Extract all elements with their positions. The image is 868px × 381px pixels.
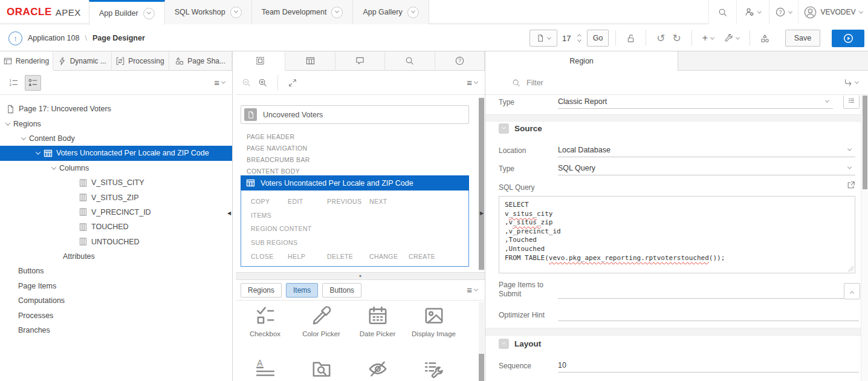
gallery-item-list-manager[interactable] <box>406 359 462 379</box>
field-value-sequence[interactable]: 10 <box>558 361 566 370</box>
tab-app-gallery[interactable]: App Gallery <box>352 0 429 24</box>
gallery-item-display-image[interactable]: Display Image <box>406 305 462 337</box>
gallery-item-file-browse[interactable] <box>293 359 349 379</box>
page-selector-button[interactable] <box>530 30 557 47</box>
run-page-button[interactable] <box>832 30 864 47</box>
region-position-create[interactable]: CREATE <box>409 253 451 260</box>
tree-node-voters-uncontacted-per-locale-and-zip-code[interactable]: Voters Uncontacted Per Locale and ZIP Co… <box>0 146 232 160</box>
tab-page-sha[interactable]: Page Sha... <box>169 51 232 71</box>
scrollbar-thumb[interactable] <box>479 354 484 381</box>
gallery-splitter[interactable]: ▾ <box>236 272 485 280</box>
tree-node-v-situs-zip[interactable]: V_SITUS_ZIP <box>0 190 232 204</box>
tree-node-page-items[interactable]: Page Items <box>0 279 232 293</box>
tree-menu-button[interactable]: ≡ <box>214 77 225 88</box>
region-position-previous[interactable]: PREVIOUS <box>327 198 369 205</box>
region-position-close[interactable]: CLOSE <box>251 253 288 260</box>
tree-node-touched[interactable]: TOUCHED <box>0 220 232 234</box>
tab-help[interactable]: ? <box>435 51 485 71</box>
tab-messages[interactable] <box>335 51 385 71</box>
tab-team-development[interactable]: Team Development <box>251 0 354 24</box>
scrollbar-thumb[interactable] <box>863 96 867 189</box>
tree-node-untouched[interactable]: UNTOUCHED <box>0 235 232 249</box>
sql-query-editor[interactable]: SELECT v_situs_city ,v_situs_zip ,v_prec… <box>499 196 855 273</box>
tree-node-branches[interactable]: Branches <box>0 323 232 337</box>
shared-components-button[interactable] <box>757 30 773 47</box>
gallery-item-date-picker[interactable]: Date Picker <box>349 305 406 337</box>
gallery-tab-regions[interactable]: Regions <box>241 283 282 298</box>
zoom-out-button[interactable] <box>238 74 254 91</box>
search-button[interactable] <box>708 0 736 24</box>
tree-node-v-situs-city[interactable]: V_SITUS_CITY <box>0 175 232 190</box>
canvas-scrollbar[interactable] <box>479 97 484 271</box>
type-list-button[interactable] <box>843 96 860 109</box>
create-menu-button[interactable]: + <box>699 30 717 47</box>
field-value-region-type[interactable]: Classic Report <box>558 97 607 106</box>
order-by-sequence-button[interactable]: 12 <box>5 75 22 91</box>
tree-node-attributes[interactable]: Attributes <box>0 249 232 264</box>
layout-menu-button[interactable]: ≡ <box>467 77 478 88</box>
layout-slot-breadcrumb-bar[interactable]: BREADCRUMB BAR <box>247 156 310 163</box>
gallery-tab-items[interactable]: Items <box>286 283 318 298</box>
collapse-section-icon[interactable] <box>499 339 509 349</box>
collapse-field-button[interactable] <box>844 283 860 299</box>
layout-slot-page-header[interactable]: PAGE HEADER <box>247 133 294 140</box>
region-position-sub-regions[interactable]: SUB REGIONS <box>251 239 297 246</box>
collapse-left-panel-handle[interactable]: ◀ <box>227 211 231 216</box>
tree-node-content-body[interactable]: Content Body <box>0 131 232 146</box>
tab-region[interactable]: Region <box>485 51 678 71</box>
tab-dynamic[interactable]: Dynamic ... <box>53 51 112 71</box>
zoom-in-button[interactable] <box>254 74 271 91</box>
tree-node-processes[interactable]: Processes <box>0 308 232 322</box>
layout-slot-content-body[interactable]: CONTENT BODY <box>247 168 300 175</box>
redo-button[interactable]: ↻ <box>669 30 684 47</box>
property-scrollbar[interactable] <box>861 96 868 381</box>
gallery-tab-buttons[interactable]: Buttons <box>322 283 361 298</box>
gallery-item-display-only[interactable]: A <box>237 359 293 379</box>
field-value-source-type[interactable]: SQL Query <box>558 164 595 172</box>
region-position-next[interactable]: NEXT <box>369 198 409 205</box>
resize-grip[interactable] <box>848 266 853 272</box>
layout-region-selected[interactable]: Voters Uncontacted Per Locale and ZIP Co… <box>241 175 469 190</box>
tree-node-page-17-uncovered-voters[interactable]: Page 17: Uncovered Voters <box>0 102 232 116</box>
user-menu-button[interactable]: VEVODEV <box>798 0 868 24</box>
tree-node-computations[interactable]: Computations <box>0 293 232 308</box>
layout-slot-page-navigation[interactable]: PAGE NAVIGATION <box>247 145 308 152</box>
tree-node-columns[interactable]: Columns <box>0 161 232 175</box>
gallery-menu-button[interactable]: ≡ <box>467 285 478 295</box>
region-position-region-content[interactable]: REGION CONTENT <box>251 225 312 232</box>
expand-right-panel-handle[interactable]: ▶ <box>480 211 484 216</box>
expand-all-button[interactable] <box>285 74 300 91</box>
go-button[interactable]: Go <box>587 30 609 47</box>
breadcrumb-application[interactable]: Application 108 <box>28 34 79 42</box>
tree-node-v-precinct-id[interactable]: V_PRECINCT_ID <box>0 205 232 220</box>
tab-processing[interactable]: Processing <box>112 51 170 71</box>
page-number-stepper[interactable] <box>575 34 583 42</box>
help-menu-button[interactable]: ? <box>769 0 798 24</box>
gallery-item-hidden[interactable] <box>349 359 406 379</box>
administration-menu-button[interactable] <box>736 0 769 24</box>
tab-app-builder[interactable]: App Builder <box>89 0 165 25</box>
region-position-items[interactable]: ITEMS <box>251 212 271 219</box>
tab-component-view[interactable] <box>285 51 335 71</box>
gallery-item-color-picker[interactable]: Color Picker <box>293 305 349 337</box>
open-code-editor-button[interactable] <box>847 181 855 191</box>
page-number-input[interactable] <box>557 30 575 47</box>
region-position-copy[interactable]: COPY <box>251 198 288 205</box>
lock-button[interactable] <box>623 30 639 47</box>
filter-input[interactable] <box>526 79 708 87</box>
field-value-location[interactable]: Local Database <box>558 146 611 154</box>
up-to-application-icon[interactable]: ↑ <box>8 31 22 45</box>
tab-sql-workshop[interactable]: SQL Workshop <box>164 0 252 24</box>
group-by-type-button[interactable] <box>25 75 41 91</box>
tree-node-buttons[interactable]: Buttons <box>0 264 232 278</box>
region-position-change[interactable]: CHANGE <box>369 253 409 260</box>
collapse-section-icon[interactable] <box>499 123 509 134</box>
save-button[interactable]: Save <box>785 30 820 47</box>
region-position-edit[interactable]: EDIT <box>288 198 327 205</box>
tab-rendering[interactable]: Rendering <box>0 51 53 71</box>
gallery-scrollbar[interactable] <box>479 302 484 380</box>
tab-page-search[interactable] <box>385 51 435 71</box>
tree-node-regions[interactable]: Regions <box>0 116 232 131</box>
scrollbar-thumb[interactable] <box>479 98 484 270</box>
utilities-menu-button[interactable] <box>721 30 743 47</box>
